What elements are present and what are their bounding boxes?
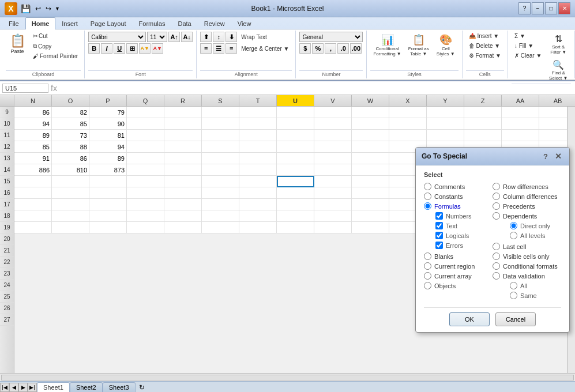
row-header-10[interactable]: 10 <box>0 118 14 130</box>
decrease-decimal-btn[interactable]: .00 <box>350 43 362 54</box>
row-header-21[interactable]: 21 <box>0 245 14 257</box>
horizontal-scrollbar[interactable] <box>0 373 575 381</box>
cell-v11[interactable] <box>314 130 352 141</box>
currency-btn[interactable]: $ <box>299 43 311 54</box>
sheet-nav-first[interactable]: |◀ <box>0 383 9 392</box>
bold-btn[interactable]: B <box>88 43 100 54</box>
constants-option[interactable]: Constants <box>424 193 493 200</box>
cell-n14[interactable]: 886 <box>14 164 52 176</box>
cell-t13[interactable] <box>239 153 277 164</box>
row-header-26[interactable]: 26 <box>0 303 14 314</box>
cell-w10[interactable] <box>352 118 389 130</box>
sheet-nav-last[interactable]: ▶| <box>28 383 37 392</box>
borders-btn[interactable]: ⊞ <box>126 43 138 54</box>
cell-z11[interactable] <box>464 130 502 141</box>
cell-p13[interactable]: 89 <box>89 153 127 164</box>
blanks-radio[interactable] <box>424 252 431 260</box>
visible-cells-radio[interactable] <box>493 252 500 260</box>
logicals-option[interactable]: Logicals <box>424 232 493 239</box>
logicals-checkbox[interactable] <box>435 232 443 239</box>
increase-font-btn[interactable]: A↑ <box>168 32 180 42</box>
format-btn[interactable]: ⚙ Format ▼ <box>466 51 504 60</box>
format-painter-button[interactable]: 🖌 Format Painter <box>30 52 81 61</box>
cell-s10[interactable] <box>202 118 239 130</box>
visible-cells-option[interactable]: Visible cells only <box>493 252 561 260</box>
cell-s11[interactable] <box>202 130 239 141</box>
errors-option[interactable]: Errors <box>424 242 493 249</box>
objects-radio[interactable] <box>424 282 431 289</box>
cell-r12[interactable] <box>164 141 202 153</box>
dialog-help-btn[interactable]: ? <box>540 151 551 161</box>
tab-home[interactable]: Home <box>25 17 56 29</box>
conditional-formatting-btn[interactable]: 📊 ConditionalFormatting ▼ <box>370 32 404 58</box>
sort-filter-btn[interactable]: ⇅ Sort &Filter ▼ <box>546 32 571 56</box>
cell-u15[interactable] <box>277 176 314 187</box>
cell-q10[interactable] <box>127 118 164 130</box>
cell-v12[interactable] <box>314 141 352 153</box>
current-array-option[interactable]: Current array <box>424 272 493 280</box>
cell-v9[interactable] <box>314 107 352 118</box>
cell-styles-btn[interactable]: 🎨 CellStyles ▼ <box>433 32 459 58</box>
tab-file[interactable]: File <box>2 17 25 29</box>
align-center-btn[interactable]: ☰ <box>213 43 224 54</box>
cell-x9[interactable] <box>389 107 427 118</box>
sheet-tab-sheet2[interactable]: Sheet2 <box>70 382 103 392</box>
sheet-nav-next[interactable]: ▶ <box>18 383 28 392</box>
cell-n9[interactable]: 86 <box>14 107 52 118</box>
cell-o10[interactable]: 85 <box>52 118 89 130</box>
cell-w9[interactable] <box>352 107 389 118</box>
number-format-select[interactable]: General <box>299 32 363 42</box>
cell-v14[interactable] <box>314 164 352 176</box>
tab-insert[interactable]: Insert <box>55 17 84 29</box>
precedents-radio[interactable] <box>493 202 500 210</box>
minimize-btn[interactable]: − <box>532 2 544 14</box>
numbers-checkbox[interactable] <box>435 212 443 220</box>
fill-btn[interactable]: ↓ Fill ▼ <box>512 42 544 50</box>
cell-w14[interactable] <box>352 164 389 176</box>
cell-t15[interactable] <box>239 176 277 187</box>
row-header-19[interactable]: 19 <box>0 222 14 233</box>
cell-r13[interactable] <box>164 153 202 164</box>
cell-s14[interactable] <box>202 164 239 176</box>
row-header-20[interactable]: 20 <box>0 233 14 245</box>
cell-w13[interactable] <box>352 153 389 164</box>
sheet-tab-sheet3[interactable]: Sheet3 <box>103 382 136 392</box>
cell-p11[interactable]: 81 <box>89 130 127 141</box>
dropdown-quick-btn[interactable]: ▼ <box>55 6 60 12</box>
fill-color-btn[interactable]: A▼ <box>139 43 151 54</box>
col-header-v[interactable]: V <box>314 95 352 106</box>
cell-aa11[interactable] <box>502 130 539 141</box>
cell-q9[interactable] <box>127 107 164 118</box>
cell-s13[interactable] <box>202 153 239 164</box>
cell-y10[interactable] <box>427 118 464 130</box>
cell-o9[interactable]: 82 <box>52 107 89 118</box>
cell-r15[interactable] <box>164 176 202 187</box>
formulas-option[interactable]: Formulas <box>424 202 493 210</box>
cell-n11[interactable]: 89 <box>14 130 52 141</box>
text-checkbox[interactable] <box>435 222 443 229</box>
align-middle-btn[interactable]: ↕ <box>213 32 224 42</box>
help-btn[interactable]: ? <box>518 2 531 14</box>
all-option[interactable]: All <box>493 282 561 289</box>
row-header-14[interactable]: 14 <box>0 164 14 176</box>
cell-x11[interactable] <box>389 130 427 141</box>
cell-o15[interactable] <box>52 176 89 187</box>
cell-t12[interactable] <box>239 141 277 153</box>
last-cell-option[interactable]: Last cell <box>493 243 561 250</box>
cell-r9[interactable] <box>164 107 202 118</box>
cell-n10[interactable]: 94 <box>14 118 52 130</box>
conditional-formats-radio[interactable] <box>493 262 500 270</box>
same-radio[interactable] <box>510 292 517 299</box>
cell-w11[interactable] <box>352 130 389 141</box>
same-option[interactable]: Same <box>493 292 561 299</box>
cell-aa10[interactable] <box>502 118 539 130</box>
col-header-q[interactable]: Q <box>127 95 164 106</box>
autosum-btn[interactable]: Σ ▼ <box>512 32 544 40</box>
cell-t9[interactable] <box>239 107 277 118</box>
col-header-u[interactable]: U <box>277 95 314 106</box>
formula-input[interactable] <box>59 84 573 92</box>
col-header-o[interactable]: O <box>52 95 89 106</box>
decrease-font-btn[interactable]: A↓ <box>181 32 193 42</box>
increase-decimal-btn[interactable]: .0 <box>337 43 349 54</box>
formulas-radio[interactable] <box>424 202 431 210</box>
